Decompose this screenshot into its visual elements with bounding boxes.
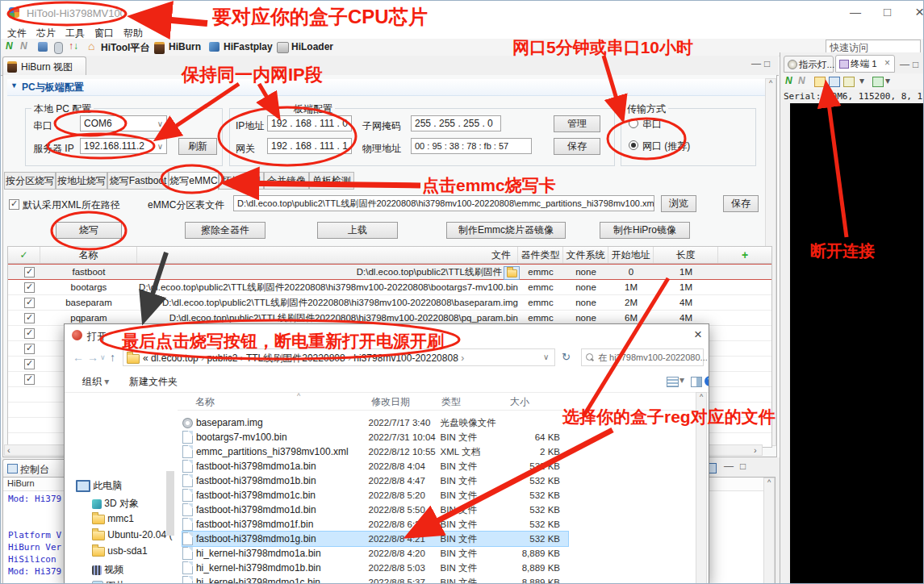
minimize-button[interactable]: — <box>850 6 861 19</box>
new-folder-button[interactable]: 新建文件夹 <box>129 375 178 389</box>
row-checkbox[interactable] <box>24 344 35 354</box>
xml-save-button[interactable]: 保存 <box>723 195 759 212</box>
header-name[interactable]: 名称 <box>40 247 137 263</box>
tab-burn-partition[interactable]: 按分区烧写 <box>4 172 56 190</box>
board-ip-input[interactable]: 192 . 168 . 111 . 0 <box>267 115 352 131</box>
refresh-button[interactable]: 刷新 <box>178 138 217 155</box>
row-checkbox[interactable] <box>24 374 35 385</box>
console-minimize-icon[interactable]: — <box>724 461 734 472</box>
disconnect-icon[interactable]: N <box>20 40 27 52</box>
maximize-button[interactable]: □ <box>884 5 891 19</box>
view-maximize-icon[interactable]: □ <box>764 58 770 69</box>
file-row[interactable]: hi_kernel-hi3798mdmo1a.bin2022/8/8 4:20B… <box>182 546 568 561</box>
view-minimize-icon[interactable]: — <box>751 58 761 69</box>
panel-maximize-icon[interactable]: □ <box>913 59 918 70</box>
tab-burn-fastboot[interactable]: 烧写Fastboot <box>107 172 169 190</box>
file-row[interactable]: fastboot-hi3798mdmo1d.bin2022/8/8 5:50BI… <box>182 503 568 517</box>
breadcrumb-item[interactable]: dl.ecoo.top <box>151 352 199 364</box>
console-maximize-icon[interactable]: □ <box>740 461 746 472</box>
console-vscrollbar[interactable]: ^ <box>763 478 775 584</box>
nav-back-icon[interactable]: ← <box>73 351 84 364</box>
row-checkbox[interactable] <box>24 267 35 277</box>
xml-path-input[interactable]: D:\dl.ecoo.top\public2\TTL线刷固件20220808\h… <box>233 195 654 211</box>
organize-button[interactable]: 组织 ▾ <box>82 375 109 389</box>
serial-connect-icon[interactable]: N <box>785 75 792 86</box>
view-mode-icon[interactable] <box>667 377 679 387</box>
sidebar-item-usb-sda1[interactable]: usb-sda1 <box>92 545 148 557</box>
add-row-icon[interactable]: + <box>718 247 771 263</box>
board-config-icon[interactable] <box>38 42 48 52</box>
upload-button[interactable]: 上载 <box>317 222 398 239</box>
new-terminal-dropdown-icon[interactable]: ▾ <box>885 75 890 86</box>
file-row[interactable]: fastboot-hi3798mdmo1a.bin2022/8/8 4:04BI… <box>182 459 568 473</box>
tab-indicator-lights[interactable]: 指示灯... <box>784 56 834 73</box>
terminal-settings-dropdown-icon[interactable]: ▾ <box>859 75 864 86</box>
col-type[interactable]: 类型 <box>441 395 461 409</box>
transport-network-radio[interactable] <box>629 140 638 150</box>
header-start[interactable]: 开始地址 <box>608 247 654 263</box>
file-row[interactable]: bootargs7-mv100.bin2022/7/31 10:04BIN 文件… <box>182 430 568 444</box>
toolbar-item-hiburn[interactable]: HiBurn <box>169 41 201 52</box>
header-file[interactable]: 文件 <box>137 247 518 263</box>
header-fs[interactable]: 文件系统 <box>563 247 608 263</box>
file-row-selected[interactable]: fastboot-hi3798mdmo1g.bin2022/8/8 4:21BI… <box>182 532 568 546</box>
file-row[interactable]: hi_kernel-hi3798mdmo1c.bin2022/8/8 5:37B… <box>182 575 568 584</box>
row-checkbox[interactable] <box>24 313 35 323</box>
file-row[interactable]: baseparam.img2022/7/17 3:40光盘映像文件 <box>182 415 568 430</box>
tab-bad-block[interactable]: 坏块检测 <box>219 172 264 190</box>
xml-checkbox-label[interactable]: 默认采用XML所在路径 <box>23 198 120 212</box>
header-check-icon[interactable]: ✓ <box>8 247 40 263</box>
erase-button[interactable]: 擦除全器件 <box>185 222 265 239</box>
nav-up-icon[interactable]: ↑ <box>110 351 115 364</box>
file-picker-button[interactable] <box>504 266 520 280</box>
sidebar-item-this-pc[interactable]: 此电脑 <box>76 479 122 493</box>
transport-serial-radio[interactable] <box>629 119 638 128</box>
toolbar-item-hitool[interactable]: HiTool平台 <box>101 41 149 55</box>
tab-hiburn-view[interactable]: HiBurn 视图 <box>2 56 86 75</box>
table-row[interactable]: bootargs D:\dl.ecoo.top\public2\TTL线刷固件2… <box>8 280 771 295</box>
refresh-icon[interactable]: ↻ <box>562 351 571 363</box>
mouse-tool-icon[interactable] <box>54 42 63 54</box>
serial-disconnect-icon[interactable]: N <box>798 75 805 86</box>
table-row[interactable]: baseparam D:\dl.ecoo.top\public2\TTL线刷固件… <box>8 295 771 311</box>
file-row[interactable]: fastboot-hi3798mdmo1c.bin2022/8/8 5:20BI… <box>182 488 568 503</box>
tab-burn-emmc[interactable]: 烧写eMMC <box>169 172 219 190</box>
sidebar-item-videos[interactable]: 视频 <box>92 563 123 577</box>
board-save-button[interactable]: 保存 <box>554 138 600 155</box>
connect-icon[interactable]: N <box>6 40 13 52</box>
sidebar-item-ubuntu[interactable]: Ubuntu-20.04 ( <box>92 529 172 540</box>
tab-terminal-1[interactable]: 终端 1 × <box>835 55 895 73</box>
row-checkbox[interactable] <box>24 359 35 369</box>
burn-button[interactable]: 烧写 <box>56 222 122 239</box>
transport-serial-label[interactable]: 串口 <box>642 118 662 131</box>
file-row[interactable]: fastboot-hi3798mdmo1f.bin2022/8/8 6:20BI… <box>182 517 568 532</box>
file-row[interactable]: hi_kernel-hi3798mdmo1b.bin2022/8/8 5:03B… <box>182 561 568 575</box>
view-mode-dropdown-icon[interactable]: ▾ <box>679 374 684 386</box>
sidebar-scrollbar[interactable] <box>166 471 174 536</box>
hex-view-icon[interactable] <box>814 77 826 87</box>
address-dropdown-icon[interactable]: ∨ <box>543 352 549 361</box>
hitool-home-icon[interactable]: ⌂ <box>88 40 94 52</box>
server-ip-select[interactable]: 192.168.111.2 <box>80 138 167 154</box>
scroll-right-icon[interactable]: › <box>754 445 757 455</box>
tab-merge-image[interactable]: 合并镜像 <box>264 172 309 190</box>
manage-button[interactable]: 管理 <box>554 115 600 132</box>
sidebar-item-3d-objects[interactable]: 3D 对象 <box>92 497 139 511</box>
terminal-screen[interactable] <box>790 103 924 584</box>
nav-forward-icon[interactable]: → <box>87 351 98 364</box>
header-device[interactable]: 器件类型 <box>518 247 563 263</box>
nav-history-caret-icon[interactable]: ∨ <box>100 353 106 361</box>
toolbar-item-hiloader[interactable]: HiLoader <box>291 41 333 52</box>
table-row[interactable]: fastboot D:\dl.ecoo.top\public2\TTL线刷固件 … <box>8 264 771 280</box>
tab-burn-address[interactable]: 按地址烧写 <box>56 172 107 190</box>
file-row[interactable]: emmc_partitions_hi3798mv100.xml2022/8/12… <box>182 444 568 459</box>
header-length[interactable]: 长度 <box>654 247 718 263</box>
scroll-left-icon[interactable]: ‹ <box>7 445 10 455</box>
file-row[interactable]: fastboot-hi3798mdmo1b.bin2022/8/8 4:47BI… <box>182 473 568 488</box>
new-terminal-icon[interactable] <box>872 77 884 87</box>
lock-icon[interactable] <box>843 77 855 87</box>
sidebar-item-mmc1[interactable]: mmc1 <box>92 513 134 524</box>
breadcrumb-item[interactable]: hi3798mv100-20220808 <box>353 352 458 364</box>
tab-console[interactable]: 控制台 <box>2 459 67 477</box>
row-checkbox[interactable] <box>24 298 35 308</box>
